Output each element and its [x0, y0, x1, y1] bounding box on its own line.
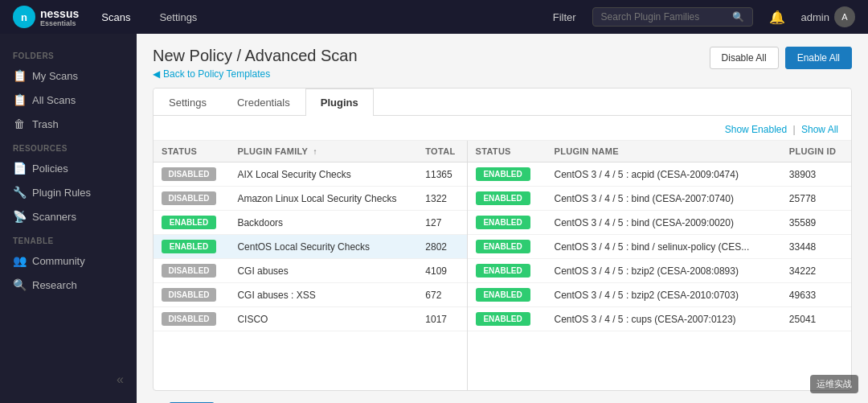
- left-table-row[interactable]: DISABLED AIX Local Security Checks 11365: [154, 162, 467, 187]
- plugin-rules-icon: 🔧: [13, 186, 26, 199]
- tenable-label: TENABLE: [0, 228, 137, 249]
- right-status-cell: ENABLED: [468, 283, 547, 307]
- logo-sub: Essentials: [40, 20, 79, 27]
- avatar: A: [834, 6, 855, 27]
- right-panel: STATUS PLUGIN NAME PLUGIN ID ENABLED Cen…: [468, 141, 851, 390]
- right-table-row[interactable]: ENABLED CentOS 3 / 4 / 5 : bind / selinu…: [468, 235, 851, 259]
- plugin-name-cell: CentOS 3 / 4 / 5 : bind (CESA-2007:0740): [547, 187, 781, 211]
- right-status-cell: ENABLED: [468, 235, 547, 259]
- col-status-r: STATUS: [468, 141, 547, 162]
- tab-credentials[interactable]: Credentials: [222, 88, 305, 116]
- sidebar-collapse-button[interactable]: «: [0, 366, 137, 393]
- sidebar-item-community[interactable]: 👥 Community: [0, 249, 137, 273]
- sidebar-item-research[interactable]: 🔍 Research: [0, 273, 137, 297]
- right-table-row[interactable]: ENABLED CentOS 3 / 4 / 5 : bzip2 (CESA-2…: [468, 283, 851, 307]
- bell-icon[interactable]: 🔔: [769, 10, 785, 25]
- sidebar-item-policies[interactable]: 📄 Policies: [0, 156, 137, 180]
- sidebar-item-trash[interactable]: 🗑 Trash: [0, 112, 137, 136]
- left-status-cell: DISABLED: [154, 307, 229, 331]
- plugin-name-cell: CentOS 3 / 4 / 5 : bind / selinux-policy…: [547, 235, 781, 259]
- family-cell: Backdoors: [229, 211, 417, 235]
- right-status-cell: ENABLED: [468, 307, 547, 331]
- status-badge: ENABLED: [476, 216, 530, 229]
- tab-content-header: Show Enabled | Show All: [154, 116, 851, 141]
- sort-arrow: ↑: [313, 147, 317, 156]
- left-panel: STATUS PLUGIN FAMILY ↑ TOTAL DISABLED AI…: [154, 141, 468, 390]
- community-icon: 👥: [13, 254, 26, 267]
- sidebar-item-label-my-scans: My Scans: [32, 70, 78, 82]
- show-enabled-link[interactable]: Show Enabled: [725, 124, 787, 135]
- enable-all-button[interactable]: Enable All: [785, 47, 852, 69]
- total-cell: 1322: [417, 187, 466, 211]
- left-status-cell: ENABLED: [154, 235, 229, 259]
- trash-icon: 🗑: [13, 117, 26, 130]
- all-scans-icon: 📋: [13, 93, 26, 106]
- right-status-cell: ENABLED: [468, 259, 547, 283]
- nav-settings[interactable]: Settings: [153, 8, 203, 27]
- search-icon: 🔍: [732, 11, 744, 23]
- disable-all-button[interactable]: Disable All: [710, 47, 779, 69]
- breadcrumb-arrow: ◀: [153, 68, 160, 80]
- left-status-cell: DISABLED: [154, 162, 229, 187]
- logo[interactable]: n nessus Essentials: [13, 6, 79, 28]
- plugin-id-cell: 35589: [781, 211, 851, 235]
- show-all-link[interactable]: Show All: [801, 124, 838, 135]
- left-table-row[interactable]: DISABLED CGI abuses 4109: [154, 259, 467, 283]
- resources-label: RESOURCES: [0, 136, 137, 156]
- right-status-cell: ENABLED: [468, 211, 547, 235]
- right-table-row[interactable]: ENABLED CentOS 3 / 4 / 5 : bind (CESA-20…: [468, 211, 851, 235]
- page-title: New Policy / Advanced Scan: [153, 47, 358, 65]
- sidebar-item-plugin-rules[interactable]: 🔧 Plugin Rules: [0, 180, 137, 204]
- sidebar-item-all-scans[interactable]: 📋 All Scans: [0, 88, 137, 112]
- tab-plugins[interactable]: Plugins: [305, 88, 374, 116]
- status-badge: ENABLED: [476, 288, 530, 302]
- separator: |: [793, 124, 796, 135]
- research-icon: 🔍: [13, 278, 26, 291]
- search-box[interactable]: 🔍: [592, 7, 753, 27]
- left-status-cell: ENABLED: [154, 211, 229, 235]
- col-total: TOTAL: [417, 141, 466, 162]
- sidebar-item-label-community: Community: [32, 255, 85, 267]
- plugin-id-cell: 25778: [781, 187, 851, 211]
- user-menu[interactable]: admin A: [801, 6, 855, 27]
- breadcrumb[interactable]: ◀ Back to Policy Templates: [153, 68, 358, 80]
- plugin-id-cell: 34222: [781, 259, 851, 283]
- left-table-row[interactable]: DISABLED Amazon Linux Local Security Che…: [154, 187, 467, 211]
- sidebar-item-label-plugin-rules: Plugin Rules: [32, 187, 91, 199]
- family-cell: CGI abuses : XSS: [229, 283, 417, 307]
- left-table-row[interactable]: DISABLED CGI abuses : XSS 672: [154, 283, 467, 307]
- search-input[interactable]: [601, 11, 727, 23]
- left-table-row[interactable]: ENABLED Backdoors 127: [154, 211, 467, 235]
- right-table-row[interactable]: ENABLED CentOS 3 / 4 / 5 : bzip2 (CESA-2…: [468, 259, 851, 283]
- left-table-row[interactable]: ENABLED CentOS Local Security Checks 280…: [154, 235, 467, 259]
- right-status-cell: ENABLED: [468, 187, 547, 211]
- my-scans-icon: 📋: [13, 69, 26, 82]
- tab-settings[interactable]: Settings: [154, 88, 222, 116]
- left-table-row[interactable]: DISABLED CISCO 1017: [154, 307, 467, 331]
- plugin-id-cell: 49633: [781, 283, 851, 307]
- total-cell: 672: [417, 283, 466, 307]
- family-cell: CISCO: [229, 307, 417, 331]
- split-panel: STATUS PLUGIN FAMILY ↑ TOTAL DISABLED AI…: [154, 141, 851, 390]
- right-table-row[interactable]: ENABLED CentOS 3 / 4 / 5 : acpid (CESA-2…: [468, 162, 851, 187]
- nav-scans[interactable]: Scans: [95, 8, 137, 27]
- col-family: PLUGIN FAMILY ↑: [229, 141, 417, 162]
- sidebar-item-label-trash: Trash: [32, 118, 59, 130]
- status-badge: DISABLED: [162, 264, 216, 278]
- col-name: PLUGIN NAME: [547, 141, 781, 162]
- plugin-id-cell: 33448: [781, 235, 851, 259]
- right-table-row[interactable]: ENABLED CentOS 3 / 4 / 5 : bind (CESA-20…: [468, 187, 851, 211]
- right-table-row[interactable]: ENABLED CentOS 3 / 4 / 5 : cups (CESA-20…: [468, 307, 851, 331]
- sidebar-item-label-research: Research: [32, 279, 77, 291]
- status-badge: DISABLED: [162, 312, 216, 326]
- family-cell: Amazon Linux Local Security Checks: [229, 187, 417, 211]
- footer-actions: Save Cancel: [153, 391, 852, 403]
- main-content: New Policy / Advanced Scan ◀ Back to Pol…: [137, 34, 868, 403]
- filter-label: Filter: [553, 11, 576, 23]
- policies-icon: 📄: [13, 162, 26, 175]
- status-badge: ENABLED: [476, 264, 530, 278]
- sidebar-item-my-scans[interactable]: 📋 My Scans: [0, 64, 137, 88]
- sidebar-item-scanners[interactable]: 📡 Scanners: [0, 204, 137, 228]
- status-badge: ENABLED: [476, 167, 530, 181]
- sidebar-item-label-all-scans: All Scans: [32, 94, 76, 106]
